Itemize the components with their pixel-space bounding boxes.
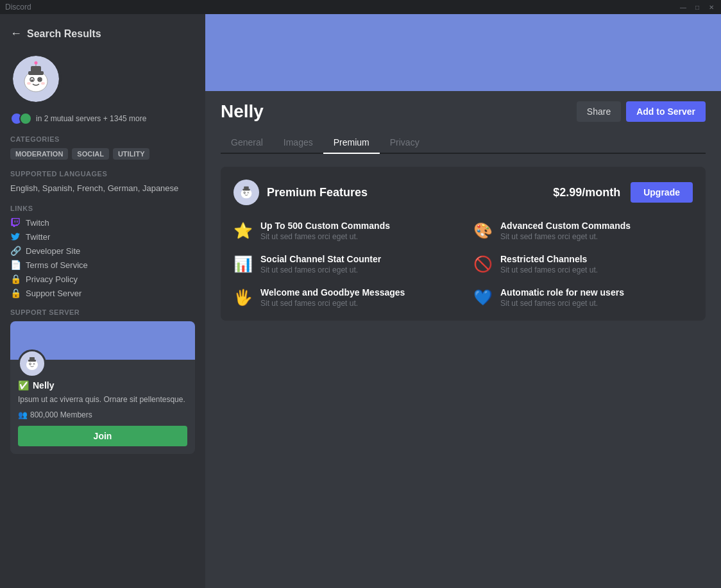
- feature-advanced-commands-desc: Sit ut sed fames orci eget ut.: [500, 232, 631, 241]
- feature-advanced-commands: 🎨 Advanced Custom Commands Sit ut sed fa…: [473, 221, 693, 241]
- lock-icon-2: 🔒: [10, 288, 21, 298]
- feature-stat-counter: 📊 Social Channel Stat Counter Sit ut sed…: [233, 254, 453, 274]
- back-link[interactable]: ← Search Results: [10, 27, 195, 40]
- card-avatar: [18, 349, 46, 378]
- bot-face-svg: [17, 60, 55, 98]
- mutual-servers: in 2 mutual servers + 1345 more: [10, 112, 146, 125]
- maximize-button[interactable]: □: [693, 3, 702, 12]
- svg-rect-20: [30, 357, 35, 360]
- premium-header: Premium Features $2.99/month Upgrade: [233, 180, 693, 205]
- feature-restricted-channels-title: Restricted Channels: [500, 254, 598, 264]
- feature-welcome-goodbye: 🖐️ Welcome and Goodbye Messages Sit ut s…: [233, 287, 453, 308]
- twitch-icon: [10, 217, 21, 228]
- premium-icon: [233, 180, 259, 205]
- document-icon: 📄: [10, 260, 21, 270]
- feature-welcome-goodbye-title: Welcome and Goodbye Messages: [260, 287, 405, 298]
- link-icon: 🔗: [10, 246, 21, 256]
- join-button[interactable]: Join: [18, 426, 187, 446]
- premium-title-row: Premium Features: [233, 180, 368, 205]
- app-title: Discord: [5, 3, 31, 12]
- card-description: Ipsum ut ac viverra quis. Ornare sit pel…: [18, 394, 187, 405]
- link-privacy-policy-label: Privacy Policy: [26, 274, 78, 284]
- premium-price: $2.99/month: [553, 186, 620, 199]
- svg-point-24: [244, 192, 245, 193]
- link-privacy-policy[interactable]: 🔒 Privacy Policy: [10, 274, 195, 284]
- back-link-label: Search Results: [27, 28, 101, 40]
- feature-auto-role: 💙 Automatic role for new users Sit ut se…: [473, 287, 693, 308]
- categories-label: CATEGORIES: [10, 135, 195, 143]
- verified-icon: ✅: [18, 380, 29, 391]
- svg-point-10: [35, 62, 38, 65]
- tab-premium[interactable]: Premium: [323, 132, 380, 154]
- profile-banner: [205, 14, 721, 91]
- support-server-card: ✅ Nelly Ipsum ut ac viverra quis. Ornare…: [10, 321, 195, 454]
- svg-point-4: [31, 80, 33, 81]
- languages-text: English, Spanish, French, German, Japane…: [10, 183, 195, 194]
- share-button[interactable]: Share: [577, 101, 621, 122]
- tab-images[interactable]: Images: [273, 132, 323, 154]
- main-content: Nelly Share Add to Server General Images…: [205, 14, 721, 588]
- svg-point-16: [30, 364, 30, 365]
- feature-advanced-commands-title: Advanced Custom Commands: [500, 221, 631, 231]
- link-support-server[interactable]: 🔒 Support Server: [10, 288, 195, 298]
- card-body: ✅ Nelly Ipsum ut ac viverra quis. Ornare…: [10, 360, 195, 454]
- svg-rect-8: [31, 66, 41, 72]
- card-members: 👥 800,000 Members: [18, 410, 187, 419]
- svg-rect-28: [244, 187, 248, 190]
- palette-icon: 🎨: [473, 222, 493, 240]
- link-twitter-label: Twitter: [26, 232, 50, 242]
- mutual-avatars: [10, 112, 32, 125]
- links-list: Twitch Twitter 🔗 Developer Site 📄 Terms …: [10, 217, 195, 298]
- lock-icon: 🔒: [10, 274, 21, 284]
- link-support-server-label: Support Server: [26, 289, 81, 298]
- twitter-icon: [10, 231, 21, 242]
- tab-general[interactable]: General: [221, 132, 273, 154]
- feature-custom-commands-title: Up To 500 Custom Commands: [260, 221, 390, 231]
- link-developer-site-label: Developer Site: [26, 246, 80, 256]
- sidebar: ← Search Results: [0, 14, 205, 588]
- bot-name: Nelly: [221, 101, 264, 122]
- link-developer-site[interactable]: 🔗 Developer Site: [10, 246, 195, 256]
- support-server-label: SUPPORT SERVER: [10, 308, 195, 316]
- minimize-button[interactable]: —: [679, 3, 688, 12]
- feature-restricted-channels: 🚫 Restricted Channels Sit ut sed fames o…: [473, 254, 693, 274]
- feature-restricted-channels-desc: Sit ut sed fames orci eget ut.: [500, 265, 598, 274]
- features-grid: ⭐ Up To 500 Custom Commands Sit ut sed f…: [233, 221, 693, 308]
- profile-name-row: Nelly Share Add to Server: [221, 101, 706, 122]
- profile-tabs: General Images Premium Privacy: [221, 132, 706, 154]
- add-to-server-button[interactable]: Add to Server: [626, 101, 706, 122]
- bot-avatar: [10, 53, 62, 105]
- no-entry-icon: 🚫: [473, 255, 493, 273]
- wave-icon: 🖐️: [233, 289, 253, 307]
- category-social: SOCIAL: [72, 148, 109, 160]
- star-icon: ⭐: [233, 222, 253, 240]
- category-utility: UTILITY: [113, 148, 150, 160]
- premium-card: Premium Features $2.99/month Upgrade ⭐ U…: [221, 167, 706, 321]
- card-bot-face: [22, 354, 42, 373]
- link-terms-label: Terms of Service: [26, 260, 88, 270]
- tab-privacy[interactable]: Privacy: [380, 132, 430, 154]
- members-icon: 👥: [18, 410, 28, 419]
- premium-bot-icon: [237, 183, 255, 201]
- link-twitch[interactable]: Twitch: [10, 217, 195, 228]
- feature-auto-role-title: Automatic role for new users: [500, 287, 624, 298]
- feature-stat-counter-title: Social Channel Stat Counter: [260, 254, 381, 264]
- languages-label: SUPPORTED LANGUAGES: [10, 170, 195, 178]
- mutual-avatar-2: [19, 112, 32, 125]
- link-terms[interactable]: 📄 Terms of Service: [10, 260, 195, 270]
- svg-point-11: [27, 82, 31, 85]
- link-twitter[interactable]: Twitter: [10, 231, 195, 242]
- members-count: 800,000 Members: [30, 410, 92, 419]
- categories-list: MODERATION SOCIAL UTILITY: [10, 148, 195, 160]
- title-bar: Discord — □ ✕: [0, 0, 721, 14]
- window-controls: — □ ✕: [679, 3, 716, 12]
- category-moderation: MODERATION: [10, 148, 68, 160]
- card-server-name: ✅ Nelly: [18, 380, 187, 391]
- upgrade-button[interactable]: Upgrade: [631, 182, 693, 203]
- feature-auto-role-desc: Sit ut sed fames orci eget ut.: [500, 299, 624, 308]
- back-arrow-icon: ←: [10, 27, 22, 40]
- close-button[interactable]: ✕: [707, 3, 716, 12]
- app-container: ← Search Results: [0, 0, 721, 588]
- bot-avatar-inner: [13, 56, 59, 102]
- chart-icon: 📊: [233, 255, 253, 273]
